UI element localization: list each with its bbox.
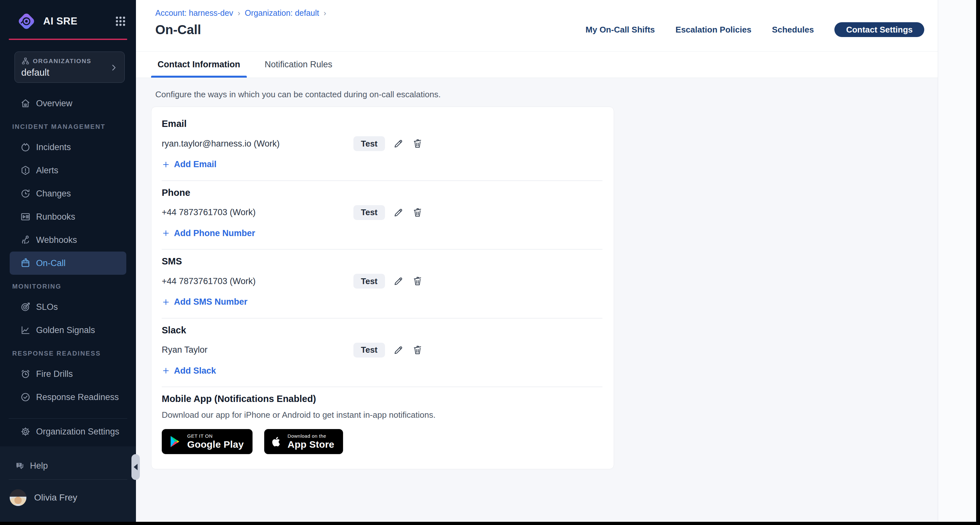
nav-group-response-readiness: RESPONSE READINESS <box>12 347 136 360</box>
sidebar-item-slos[interactable]: SLOs <box>10 295 126 318</box>
contact-value: +44 7873761703 (Work) <box>162 207 353 217</box>
badge-store-name: App Store <box>288 439 334 450</box>
badge-store-name: Google Play <box>187 439 244 450</box>
nav-group-incident-management: INCIDENT MANAGEMENT <box>12 120 136 133</box>
add-phone-link[interactable]: Add Phone Number <box>162 228 255 239</box>
contact-row: +44 7873761703 (Work) Test <box>162 274 603 289</box>
sidebar: AI SRE <box>0 0 136 522</box>
target-icon <box>20 301 31 312</box>
delete-trash-icon[interactable] <box>411 275 424 287</box>
sidebar-item-on-call[interactable]: On-Call <box>10 251 126 275</box>
sidebar-item-webhooks[interactable]: Webhooks <box>10 228 126 251</box>
badge-tagline: GET IT ON <box>187 433 244 439</box>
section-heading: Email <box>162 119 603 129</box>
sidebar-item-label: On-Call <box>36 258 66 268</box>
home-icon <box>20 98 31 109</box>
contact-methods-card: Email ryan.taylor@harness.io (Work) Test <box>151 107 614 469</box>
sidebar-item-fire-drills[interactable]: Fire Drills <box>10 362 126 385</box>
apple-icon <box>270 436 283 448</box>
slack-section: Slack Ryan Taylor Test <box>162 318 603 387</box>
sms-section: SMS +44 7873761703 (Work) Test <box>162 250 603 318</box>
line-chart-icon <box>20 325 31 336</box>
sidebar-item-response-readiness[interactable]: Response Readiness <box>10 385 126 409</box>
scrollbar-gutter[interactable] <box>938 0 976 522</box>
test-button[interactable]: Test <box>353 136 385 151</box>
email-section: Email ryan.taylor@harness.io (Work) Test <box>162 112 603 181</box>
contact-row: ryan.taylor@harness.io (Work) Test <box>162 136 603 151</box>
sidebar-item-label: Changes <box>36 189 71 199</box>
nav-escalation-policies[interactable]: Escalation Policies <box>676 25 752 35</box>
contact-value: Ryan Taylor <box>162 345 353 355</box>
contact-value: ryan.taylor@harness.io (Work) <box>162 139 353 149</box>
sidebar-item-label: Help <box>30 461 48 471</box>
brand-row: AI SRE <box>0 0 136 31</box>
tab-bar: Contact Information Notification Rules <box>136 51 938 78</box>
main-area: Account: harness-dev › Organization: def… <box>136 0 976 522</box>
sidebar-item-label: Golden Signals <box>36 325 95 335</box>
contact-value: +44 7873761703 (Work) <box>162 276 353 286</box>
history-clock-icon <box>20 188 31 199</box>
sidebar-item-golden-signals[interactable]: Golden Signals <box>10 318 126 342</box>
check-circle-icon <box>20 391 31 402</box>
runbook-icon <box>20 211 31 222</box>
page-title: On-Call <box>155 22 586 37</box>
mobile-app-heading: Mobile App (Notifications Enabled) <box>162 394 603 404</box>
sidebar-item-overview[interactable]: Overview <box>10 92 126 115</box>
plus-icon <box>162 229 170 237</box>
sidebar-item-incidents[interactable]: Incidents <box>10 135 126 159</box>
breadcrumb-organization-link[interactable]: Organization: default <box>245 8 319 18</box>
nav-my-oncall-shifts[interactable]: My On-Call Shifts <box>586 25 655 35</box>
delete-trash-icon[interactable] <box>411 344 424 356</box>
test-button[interactable]: Test <box>353 205 385 220</box>
sidebar-nav: Overview INCIDENT MANAGEMENT Incidents <box>0 92 136 443</box>
sidebar-item-label: Alerts <box>36 165 58 175</box>
section-heading: Slack <box>162 325 603 336</box>
organization-selector[interactable]: ORGANIZATIONS default <box>14 51 125 83</box>
breadcrumb: Account: harness-dev › Organization: def… <box>155 8 924 18</box>
sidebar-collapse-handle[interactable] <box>131 454 140 480</box>
user-divider <box>9 479 127 480</box>
plus-icon <box>162 298 170 306</box>
sidebar-item-alerts[interactable]: Alerts <box>10 159 126 182</box>
sidebar-item-help[interactable]: ? Help <box>0 454 136 477</box>
org-tree-icon <box>21 57 30 65</box>
section-heading: Phone <box>162 188 603 198</box>
add-email-link[interactable]: Add Email <box>162 159 216 169</box>
brand-title: AI SRE <box>43 16 115 27</box>
nav-contact-settings-button[interactable]: Contact Settings <box>834 22 924 37</box>
edit-pencil-icon[interactable] <box>392 275 404 287</box>
tab-contact-information[interactable]: Contact Information <box>151 51 247 78</box>
webhook-icon <box>20 234 31 245</box>
app-grid-icon[interactable] <box>115 16 126 27</box>
add-sms-link[interactable]: Add SMS Number <box>162 297 247 307</box>
mobile-app-description: Download our app for iPhone or Android t… <box>162 410 603 420</box>
user-name: Olivia Frey <box>34 492 77 503</box>
breadcrumb-account-link[interactable]: Account: harness-dev <box>155 8 233 18</box>
sidebar-item-label: Fire Drills <box>36 369 73 379</box>
app-store-badge[interactable]: Download on the App Store <box>264 429 343 454</box>
delete-trash-icon[interactable] <box>411 207 424 219</box>
tab-notification-rules[interactable]: Notification Rules <box>258 51 339 78</box>
google-play-badge[interactable]: GET IT ON Google Play <box>162 429 253 454</box>
test-button[interactable]: Test <box>353 274 385 289</box>
chevron-right-icon <box>110 64 118 72</box>
edit-pencil-icon[interactable] <box>392 138 404 150</box>
sidebar-item-changes[interactable]: Changes <box>10 182 126 205</box>
user-menu[interactable]: Olivia Frey <box>0 482 136 509</box>
badge-tagline: Download on the <box>288 433 334 439</box>
edit-pencil-icon[interactable] <box>392 207 404 219</box>
brand-divider <box>9 39 127 40</box>
svg-text:?: ? <box>18 463 20 467</box>
sidebar-divider <box>9 418 127 419</box>
add-slack-link[interactable]: Add Slack <box>162 366 216 376</box>
sidebar-item-runbooks[interactable]: Runbooks <box>10 205 126 228</box>
nav-schedules[interactable]: Schedules <box>772 25 814 35</box>
test-button[interactable]: Test <box>353 343 385 358</box>
sidebar-item-organization-settings[interactable]: Organization Settings <box>10 420 126 443</box>
collapse-left-icon <box>134 464 138 470</box>
delete-trash-icon[interactable] <box>411 138 424 150</box>
sidebar-item-label: Webhooks <box>36 235 77 245</box>
edit-pencil-icon[interactable] <box>392 344 404 356</box>
section-heading: SMS <box>162 256 603 267</box>
phone-section: Phone +44 7873761703 (Work) Test <box>162 181 603 250</box>
